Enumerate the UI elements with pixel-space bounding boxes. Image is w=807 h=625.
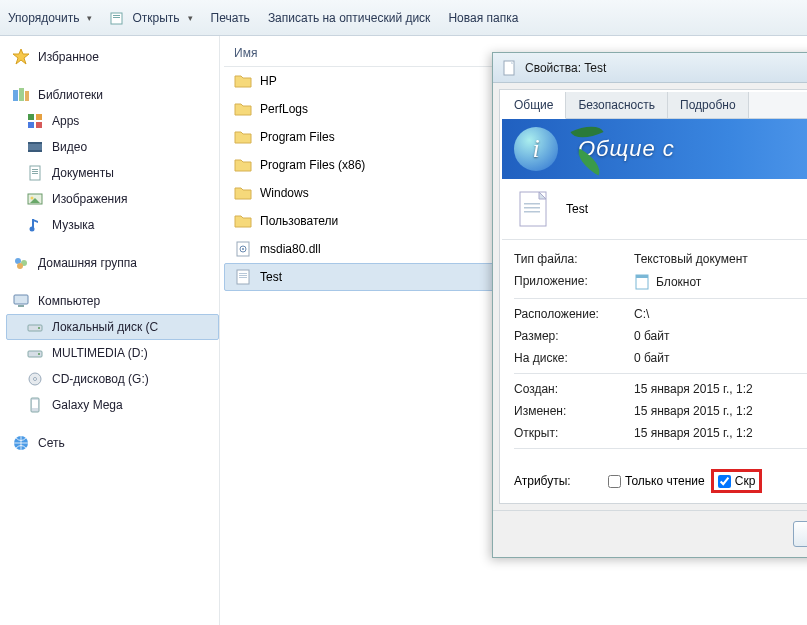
dialog-title-text: Свойства: Test (525, 61, 606, 75)
organize-button[interactable]: Упорядочить (8, 11, 92, 25)
new-folder-button[interactable]: Новая папка (448, 11, 518, 25)
library-video[interactable]: Видео (6, 134, 219, 160)
svg-point-30 (38, 353, 40, 355)
svg-point-38 (242, 248, 244, 250)
drive-label: Локальный диск (C (52, 320, 158, 334)
opened-label: Открыт: (514, 426, 634, 440)
svg-rect-7 (28, 114, 34, 120)
favorites-label: Избранное (38, 50, 99, 64)
svg-point-32 (34, 378, 37, 381)
open-button[interactable]: Открыть (110, 10, 192, 26)
svg-rect-42 (239, 277, 247, 278)
pictures-icon (26, 190, 44, 208)
computer-root[interactable]: Компьютер (6, 288, 219, 314)
size-label: Размер: (514, 329, 634, 343)
type-label: Тип файла: (514, 252, 634, 266)
disk-value: 0 байт (634, 351, 807, 365)
print-button[interactable]: Печать (211, 11, 250, 25)
hidden-checkbox[interactable]: Скр (718, 474, 756, 488)
svg-rect-41 (239, 275, 247, 276)
drive-icon (26, 344, 44, 362)
loc-label: Расположение: (514, 307, 634, 321)
svg-rect-34 (32, 400, 38, 408)
cd-icon (26, 370, 44, 388)
readonly-checkbox[interactable]: Только чтение (608, 474, 705, 488)
library-label: Apps (52, 114, 79, 128)
type-value: Текстовый документ (634, 252, 807, 266)
svg-rect-10 (36, 122, 42, 128)
svg-rect-15 (32, 169, 38, 170)
drive-cd[interactable]: CD-дисковод (G:) (6, 366, 219, 392)
loc-value: C:\ (634, 307, 807, 321)
svg-rect-47 (524, 203, 540, 205)
svg-rect-6 (25, 91, 29, 101)
apps-icon (26, 112, 44, 130)
open-icon (110, 10, 126, 26)
app-label: Приложение: (514, 274, 634, 290)
hidden-highlight: Скр (711, 469, 763, 493)
library-label: Видео (52, 140, 87, 154)
ok-button[interactable]: OK (793, 521, 807, 547)
svg-rect-48 (524, 207, 540, 209)
modified-value: 15 января 2015 г., 1:2 (634, 404, 807, 418)
libraries-label: Библиотеки (38, 88, 103, 102)
file-name: Program Files (x86) (260, 158, 365, 172)
homegroup-label: Домашняя группа (38, 256, 137, 270)
svg-rect-8 (36, 114, 42, 120)
homegroup-root[interactable]: Домашняя группа (6, 250, 219, 276)
file-big-icon (514, 189, 554, 229)
file-name: Пользователи (260, 214, 338, 228)
folder-icon (234, 156, 252, 174)
file-icon (501, 60, 517, 76)
libraries-icon (12, 86, 30, 104)
drive-label: MULTIMEDIA (D:) (52, 346, 148, 360)
navigation-pane: Избранное Библиотеки Apps Видео Документ… (0, 36, 220, 625)
hidden-input[interactable] (718, 475, 731, 488)
modified-label: Изменен: (514, 404, 634, 418)
computer-label: Компьютер (38, 294, 100, 308)
file-name: PerfLogs (260, 102, 308, 116)
library-pictures[interactable]: Изображения (6, 186, 219, 212)
file-name-text[interactable]: Test (566, 202, 807, 216)
documents-icon (26, 164, 44, 182)
notepad-icon (634, 274, 650, 290)
computer-icon (12, 292, 30, 310)
svg-rect-4 (13, 90, 18, 101)
hidden-label: Скр (735, 474, 756, 488)
file-name: HP (260, 74, 277, 88)
network-root[interactable]: Сеть (6, 430, 219, 456)
svg-rect-1 (113, 15, 120, 16)
txt-icon (234, 268, 252, 286)
tab-security[interactable]: Безопасность (566, 92, 668, 118)
folder-icon (234, 72, 252, 90)
svg-point-21 (30, 227, 35, 232)
file-name: Windows (260, 186, 309, 200)
attributes-label: Атрибуты: (514, 474, 602, 488)
file-name: msdia80.dll (260, 242, 321, 256)
libraries-root[interactable]: Библиотеки (6, 82, 219, 108)
drive-d[interactable]: MULTIMEDIA (D:) (6, 340, 219, 366)
library-apps[interactable]: Apps (6, 108, 219, 134)
library-label: Музыка (52, 218, 94, 232)
svg-point-24 (17, 263, 23, 269)
drive-c[interactable]: Локальный диск (C (6, 314, 219, 340)
readonly-input[interactable] (608, 475, 621, 488)
phone-icon (26, 396, 44, 414)
favorites-root[interactable]: Избранное (6, 44, 219, 70)
svg-rect-26 (18, 305, 24, 307)
disk-label: На диске: (514, 351, 634, 365)
tab-general[interactable]: Общие (502, 92, 566, 119)
drive-icon (26, 318, 44, 336)
svg-point-28 (38, 327, 40, 329)
tab-details[interactable]: Подробно (668, 92, 749, 118)
library-music[interactable]: Музыка (6, 212, 219, 238)
properties-dialog: Свойства: Test Общие Безопасность Подроб… (492, 52, 807, 558)
library-documents[interactable]: Документы (6, 160, 219, 186)
dialog-titlebar[interactable]: Свойства: Test (493, 53, 807, 83)
drive-phone[interactable]: Galaxy Mega (6, 392, 219, 418)
svg-rect-5 (19, 88, 24, 101)
toolbar: Упорядочить Открыть Печать Записать на о… (0, 0, 807, 36)
network-label: Сеть (38, 436, 65, 450)
burn-button[interactable]: Записать на оптический диск (268, 11, 431, 25)
svg-rect-40 (239, 273, 247, 274)
